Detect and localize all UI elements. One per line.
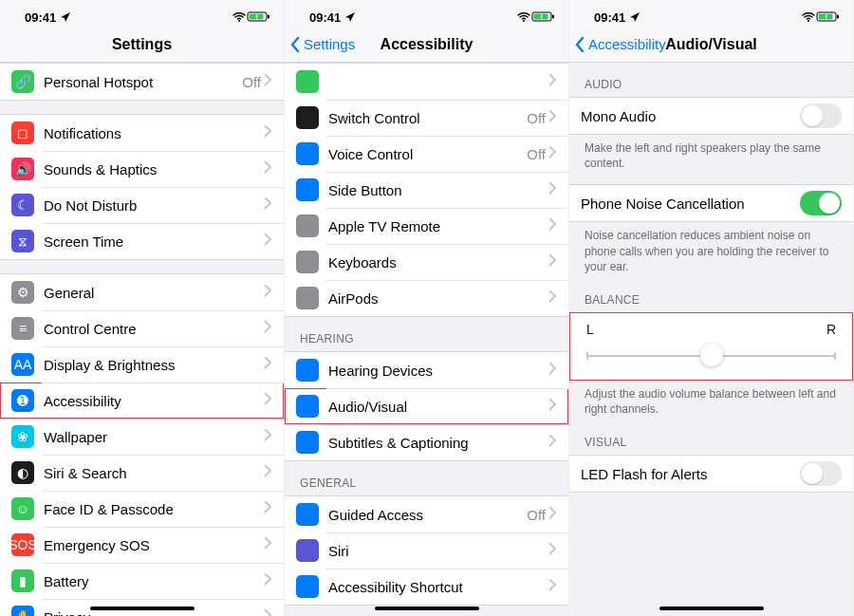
- location-icon: [60, 11, 71, 23]
- settings-row[interactable]: SOSEmergency SOS: [0, 527, 284, 563]
- navbar: Settings: [0, 27, 284, 63]
- row-label: Siri & Search: [44, 465, 265, 481]
- panel-audio-visual: 09:41 Accessibility Audio/Visual AUDIO M…: [569, 0, 854, 616]
- row-label: Accessibility Shortcut: [328, 579, 549, 595]
- section-header-general: GENERAL: [285, 461, 568, 495]
- settings-row[interactable]: AADisplay & Brightness: [0, 346, 284, 383]
- settings-row[interactable]: Subtitles & Captioning: [285, 424, 568, 460]
- settings-row[interactable]: ➊Accessibility: [0, 383, 284, 419]
- row-label: Switch Control: [328, 110, 527, 126]
- chevron-right-icon: [549, 399, 557, 415]
- chevron-right-icon: [265, 501, 272, 517]
- chevron-right-icon: [265, 609, 272, 617]
- chevron-right-icon: [549, 146, 557, 162]
- back-button[interactable]: Accessibility: [575, 27, 666, 62]
- location-icon: [344, 11, 356, 23]
- app-icon: [296, 539, 319, 562]
- chevron-right-icon: [265, 233, 272, 250]
- faceid-icon: ☺︎: [11, 497, 34, 520]
- status-time: 09:41: [309, 10, 341, 25]
- timer-icon: ⧖: [11, 230, 34, 252]
- noise-cancel-switch[interactable]: [800, 191, 842, 215]
- access-icon: ➊: [11, 389, 34, 412]
- balance-left-label: L: [586, 322, 594, 337]
- navbar: Settings Accessibility: [285, 27, 568, 63]
- status-time: 09:41: [594, 10, 625, 25]
- mono-audio-row[interactable]: Mono Audio: [569, 98, 853, 134]
- settings-row[interactable]: ☾Do Not Disturb: [0, 187, 284, 223]
- chevron-right-icon: [265, 357, 272, 373]
- status-bar: 09:41: [285, 0, 568, 27]
- settings-row[interactable]: ≡Control Centre: [0, 310, 284, 346]
- app-icon: [296, 142, 319, 165]
- row-label: AirPods: [328, 290, 549, 307]
- led-flash-row[interactable]: LED Flash for Alerts: [569, 456, 853, 492]
- chevron-right-icon: [265, 125, 272, 141]
- settings-row[interactable]: ◐Siri & Search: [0, 455, 284, 491]
- chevron-left-icon: [290, 37, 302, 52]
- settings-row[interactable]: ⚙︎General: [0, 274, 284, 310]
- app-icon: [296, 106, 319, 129]
- settings-row[interactable]: ⧖Screen Time: [0, 223, 284, 259]
- settings-row[interactable]: ◻︎Notifications: [0, 115, 284, 151]
- balance-slider[interactable]: [586, 346, 836, 365]
- settings-row[interactable]: Audio/Visual: [285, 388, 568, 424]
- settings-row[interactable]: 🔊Sounds & Haptics: [0, 151, 284, 187]
- page-title: Audio/Visual: [665, 36, 757, 53]
- mono-audio-switch[interactable]: [800, 103, 842, 128]
- panel-accessibility: 09:41 Settings Accessibility Switch Cont…: [285, 0, 569, 616]
- settings-row[interactable]: Voice ControlOff: [285, 136, 568, 172]
- app-icon: [296, 251, 319, 273]
- settings-row[interactable]: Side Button: [285, 172, 568, 208]
- settings-row[interactable]: Guided AccessOff: [285, 496, 568, 532]
- chevron-right-icon: [265, 429, 272, 445]
- row-label: Sounds & Haptics: [44, 161, 265, 177]
- app-icon: [296, 395, 319, 418]
- chevron-right-icon: [265, 285, 272, 301]
- chevron-right-icon: [265, 465, 272, 481]
- chevron-left-icon: [575, 37, 586, 52]
- settings-row[interactable]: Keyboards: [285, 244, 568, 280]
- noise-cancel-row[interactable]: Phone Noise Cancellation: [569, 185, 853, 221]
- balance-slider-box: L R: [569, 312, 853, 381]
- status-time: 09:41: [25, 10, 56, 25]
- settings-row[interactable]: ▮Battery: [0, 563, 284, 599]
- sos-icon: SOS: [11, 533, 34, 556]
- chevron-right-icon: [265, 161, 272, 177]
- settings-row[interactable]: [285, 64, 568, 100]
- balance-slider-thumb[interactable]: [700, 344, 723, 366]
- back-button[interactable]: Settings: [290, 27, 355, 62]
- chevron-right-icon: [265, 393, 272, 409]
- row-label: Notifications: [44, 125, 265, 141]
- row-detail: Off: [527, 110, 546, 126]
- chevron-right-icon: [549, 218, 557, 234]
- settings-row[interactable]: ☺︎Face ID & Passcode: [0, 491, 284, 527]
- row-label: Wallpaper: [44, 429, 265, 445]
- settings-row[interactable]: AirPods: [285, 280, 568, 316]
- row-label: Voice Control: [328, 146, 527, 162]
- settings-row[interactable]: Hearing Devices: [285, 352, 568, 388]
- mono-audio-label: Mono Audio: [581, 108, 800, 124]
- row-label: General: [44, 285, 265, 301]
- row-label: Battery: [44, 573, 265, 589]
- app-icon: [296, 178, 319, 201]
- settings-row[interactable]: Accessibility Shortcut: [285, 569, 568, 605]
- settings-row[interactable]: Apple TV Remote: [285, 208, 568, 244]
- settings-row[interactable]: ❀Wallpaper: [0, 419, 284, 455]
- chevron-right-icon: [549, 579, 557, 595]
- settings-row[interactable]: 🔗Personal HotspotOff: [0, 64, 284, 100]
- bell-icon: ◻︎: [11, 121, 34, 144]
- section-header-visual: VISUAL: [569, 420, 853, 455]
- app-icon: [296, 431, 319, 454]
- location-icon: [629, 11, 640, 23]
- status-bar: 09:41: [569, 0, 853, 27]
- home-indicator: [659, 607, 764, 610]
- chevron-right-icon: [549, 363, 557, 379]
- sound-icon: 🔊: [11, 158, 34, 180]
- app-icon: [296, 359, 319, 382]
- settings-row[interactable]: Switch ControlOff: [285, 100, 568, 136]
- app-icon: [296, 215, 319, 237]
- led-flash-switch[interactable]: [800, 461, 842, 486]
- settings-row[interactable]: Siri: [285, 532, 568, 569]
- row-label: Audio/Visual: [328, 399, 549, 415]
